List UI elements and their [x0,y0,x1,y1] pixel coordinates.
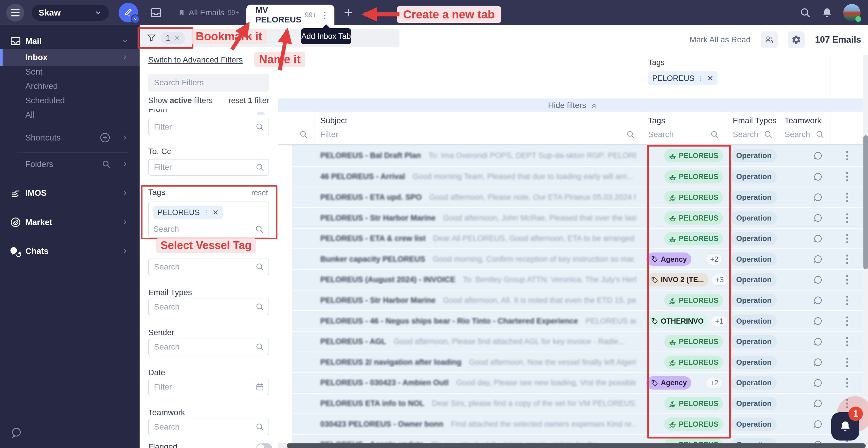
comment-bubble-icon[interactable] [813,440,823,443]
email-row[interactable]: PELOREUS ETA info to NOL Dear Sirs, plea… [292,393,863,414]
tag-pill[interactable]: PELOREUS [664,211,723,225]
bookmark-outline-icon[interactable] [251,11,252,19]
comment-bubble-icon[interactable] [813,172,823,182]
row-tags-cell[interactable]: PELOREUS [642,417,727,431]
row-teamwork-cell[interactable] [779,336,831,347]
row-tags-cell[interactable]: PELOREUS [642,356,727,369]
chip-remove-icon[interactable]: ✕ [212,208,219,217]
tag-pill[interactable]: PELOREUS [664,438,723,443]
tocc-filter-field[interactable] [148,159,269,176]
reset-filters-link[interactable]: reset 1 filter [228,96,269,105]
row-subject-cell[interactable]: PELOREUS - ETA & crew list Dear All PELO… [315,234,642,243]
row-menu-icon[interactable] [846,213,848,223]
row-tags-cell[interactable]: PELOREUS [642,397,727,410]
tag-pill[interactable]: OTHERINVO [646,315,708,328]
row-subject-cell[interactable]: PELOREUS (August 2024) - INVOICE To: Ben… [315,275,642,284]
row-teamwork-cell[interactable] [779,419,831,429]
search-icon[interactable] [102,159,111,169]
row-teamwork-cell[interactable] [779,440,831,443]
row-tags-cell[interactable]: PELOREUS [642,438,727,443]
bell-icon[interactable] [822,7,833,19]
plus-circle-icon[interactable] [99,132,111,143]
comment-bubble-icon[interactable] [813,295,823,305]
comment-bubble-icon[interactable] [813,316,823,326]
email-row[interactable]: PELOREUS - Bal Draft Plan To: Ima Overon… [292,145,863,166]
workspace-selector[interactable]: Skaw [32,5,109,21]
row-type-cell[interactable]: Operation [727,170,779,183]
row-teamwork-cell[interactable] [779,254,831,264]
teamwork-filter-input[interactable] [148,419,269,435]
row-tags-cell[interactable]: PELOREUS [642,294,727,307]
email-row[interactable]: 030423 PELOREUS - Owner bonn Find attach… [292,414,863,434]
horizontal-scrollbar-thumb[interactable] [287,443,866,448]
tag-pill[interactable]: INVO 2 (TE... [646,273,709,287]
row-teamwork-cell[interactable] [779,172,831,182]
row-menu-icon[interactable] [846,275,848,285]
email-row[interactable]: PELOREUS - 46 - Negus ships bear - Rio T… [292,310,863,331]
row-teamwork-cell[interactable] [779,398,831,409]
row-teamwork-cell[interactable] [779,213,831,223]
row-tags-cell[interactable]: PELOREUS [642,149,727,162]
row-type-cell[interactable]: Operation [727,397,779,410]
more-tags-badge[interactable]: +1 [711,315,728,327]
row-menu-cell[interactable] [831,358,863,367]
tab-all-emails[interactable]: All Emails 99+ [178,8,240,17]
tag-pill[interactable]: PELOREUS [664,149,723,162]
row-menu-icon[interactable] [846,358,848,367]
sidebar-item-folders[interactable]: Folders [0,157,140,172]
row-menu-cell[interactable] [831,192,863,202]
row-type-cell[interactable]: Operation [727,211,779,225]
row-teamwork-cell[interactable] [779,357,831,367]
row-menu-cell[interactable] [831,234,863,243]
teamwork-search-input[interactable]: Search [784,130,810,139]
types-search-input[interactable]: Search [733,130,758,139]
column-header-tags[interactable]: Tags [648,116,665,125]
row-type-cell[interactable]: Operation [727,294,779,307]
sidebar-item-chats[interactable]: Chats [0,244,140,259]
email-row[interactable]: PELOREUS - 030423 - Ambien Outl Good day… [292,372,863,393]
row-subject-cell[interactable]: PELOREUS - 46 - Negus ships bear - Rio T… [315,317,642,326]
row-tags-cell[interactable]: PELOREUS [642,190,727,204]
row-tags-cell[interactable]: Agency +2 [642,252,727,266]
row-tags-cell[interactable]: PELOREUS [642,170,727,183]
tag-pill[interactable]: PELOREUS [664,356,723,369]
more-tags-badge[interactable]: +2 [705,253,723,265]
tags-reset-link[interactable]: reset [251,188,268,197]
email-row[interactable]: PELOREUS 2/ navigation after loading Goo… [292,352,863,372]
comment-bubble-icon[interactable] [813,378,823,388]
row-menu-cell[interactable] [831,151,863,160]
comment-bubble-icon[interactable] [813,275,823,285]
row-type-cell[interactable]: Operation [727,252,779,266]
row-subject-cell[interactable]: Bunker capacity PELOREUS Good morning, C… [315,255,642,264]
row-tags-cell[interactable]: PELOREUS [642,335,727,348]
row-type-cell[interactable]: Operation [727,356,779,369]
row-menu-cell[interactable] [831,213,863,223]
row-type-cell[interactable]: Operation [727,438,779,443]
row-menu-cell[interactable] [831,378,863,388]
row-tags-cell[interactable]: PELOREUS [642,232,727,245]
search-icon[interactable] [626,130,635,139]
applied-tag-chip-peloreus[interactable]: PELOREUS ⋮ ✕ [648,71,717,85]
comment-bubble-icon[interactable] [813,151,823,161]
row-teamwork-cell[interactable] [779,275,831,285]
row-type-cell[interactable]: Operation [727,315,779,328]
tag-pill[interactable]: PELOREUS [664,170,723,183]
sidebar-item-archived[interactable]: Archived [0,79,140,94]
tag-chip-peloreus[interactable]: PELOREUS ⋮ ✕ [153,206,223,219]
row-type-cell[interactable]: Operation [727,417,779,431]
row-type-cell[interactable]: Operation [727,149,779,162]
row-menu-icon[interactable] [846,255,848,264]
sender-filter-field[interactable] [148,338,269,355]
clear-filters-icon[interactable]: ✕ [174,34,180,42]
inbox-tray-icon[interactable] [150,6,162,19]
search-icon[interactable] [764,130,773,139]
row-menu-icon[interactable] [846,172,848,181]
comment-bubble-icon[interactable] [813,234,823,244]
tags-search-placeholder[interactable]: Search [153,225,179,234]
search-icon[interactable] [815,130,825,139]
search-icon[interactable] [710,130,719,139]
email-row[interactable]: 46 PELOREUS - Arrival Good morning Team,… [292,166,863,187]
column-header-types[interactable]: Email Types [733,116,776,125]
from-filter-input[interactable] [148,119,269,135]
compose-button[interactable] [119,3,138,23]
